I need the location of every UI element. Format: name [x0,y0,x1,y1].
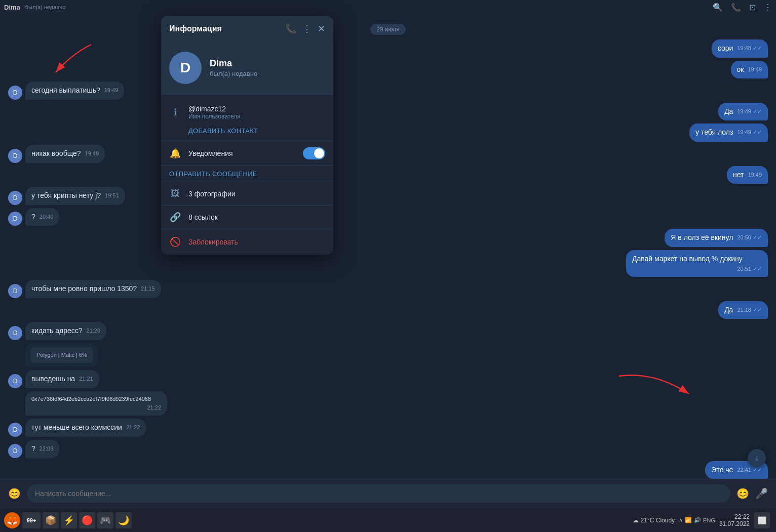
check-marks: ✓✓ [753,234,762,240]
info-close-button[interactable]: ✕ [318,23,325,34]
table-row: D ? 22:08 [8,440,768,458]
topbar-icons: 🔍 📞 ⊡ ⋮ [713,3,772,12]
info-panel: Информация 📞 ⋮ ✕ D Dima был(а) недавно ℹ… [161,16,333,255]
message-time: 19:48 ✓✓ [737,45,762,52]
toggle-knob [314,148,324,158]
message-bubble: нет 19:49 [727,166,768,184]
table-row: нет 19:49 [8,166,768,184]
check-marks: ✓✓ [753,108,762,114]
message-text: сегодня выплатишь? [31,86,100,94]
chevron-up-icon[interactable]: ∧ [679,517,683,523]
message-bubble: выведешь на 21:21 [25,370,99,388]
info-more-button[interactable]: ⋮ [302,23,312,34]
message-time: 19:51 [105,192,119,199]
message-bubble: кидать адресс? 21:20 [25,322,106,340]
block-user-row[interactable]: 🚫 Заблокировать [161,229,333,255]
show-desktop-button[interactable]: ⬜ [754,512,770,528]
message-text: ок [737,65,744,73]
message-time: 21:21 [79,375,93,383]
message-bubble: Давай маркет на вывод % докину 20:51 ✓✓ [626,250,768,277]
info-username-section: ℹ @dimazc12 Имя пользователя ДОБАВИТЬ КО… [161,95,333,141]
info-photos-row[interactable]: 🖼 3 фотографии [161,182,333,206]
table-row: Да 19:49 ✓✓ [8,103,768,121]
message-time: 19:49 ✓✓ [737,108,762,115]
check-marks: ✓✓ [753,467,762,473]
message-text: тут меньше всего комиссии [31,423,122,431]
message-bubble: чтобы мне ровно пришло 1350? 21:15 [25,280,161,298]
counter-badge[interactable]: 99+ [22,512,41,528]
message-text: Да [724,107,733,115]
check-marks: ✓✓ [753,307,762,313]
weather-icon: ☁ [633,517,639,524]
send-message-link[interactable]: ОТПРАВИТЬ СООБЩЕНИЕ [161,166,333,182]
table-row: D никак вообще? 19:49 [8,145,768,163]
avatar: D [8,149,22,163]
info-links-row[interactable]: 🔗 8 ссылок [161,206,333,229]
message-time: 21:22 [126,424,140,431]
message-text: Я в лолз её вкинул [671,233,733,241]
message-bubble: Да 21:18 ✓✓ [718,301,768,319]
send-icon[interactable]: 🎤 [755,487,768,500]
message-bubble: 0x7e736fdf64d2eb2cca2ef7f9f06d9239fec240… [25,391,167,416]
lang-label: ENG [703,517,715,523]
app-icon-1[interactable]: 📦 [43,512,59,528]
notifications-label: Уведомления [188,149,296,157]
attach-icon[interactable]: 😊 [8,487,21,500]
table-row: у тебя лолз 19:49 ✓✓ [8,124,768,142]
taskbar-date: 31.07.2022 [719,520,750,527]
table-row: D чтобы мне ровно пришло 1350? 21:15 [8,280,768,298]
info-profile-status: был(а) недавно [210,70,257,77]
taskbar-time-block: 22:22 31.07.2022 [719,513,750,527]
split-icon[interactable]: ⊡ [749,3,756,12]
message-text: Давай маркет на вывод % докину [632,255,743,263]
message-time: 19:49 [85,150,99,157]
avatar: D [8,86,22,100]
message-bubble: тут меньше всего комиссии 21:22 [25,419,146,437]
message-time: 19:49 [748,171,762,179]
app-icon-4[interactable]: 🎮 [97,512,113,528]
taskbar-weather: ☁ 21°C Cloudy [633,517,675,524]
scroll-down-button[interactable]: ↓ [748,449,766,467]
message-time: 21:20 [87,327,101,335]
message-bubble: сегодня выплатишь? 19:49 [25,81,124,100]
message-input[interactable] [27,484,730,503]
message-time: 21:15 [141,285,155,293]
message-bubble: ? 20:40 [25,208,59,226]
bell-icon: 🔔 [169,148,181,159]
message-time: 19:49 [748,66,762,73]
table-row: D выведешь на 21:21 [8,370,768,388]
message-text: 0x7e736fdf64d2eb2cca2ef7f9f06d9239fec240… [31,396,151,402]
emoji-icon[interactable]: 😊 [736,487,749,500]
info-profile-name: Dima [210,58,257,69]
message-time: 19:49 [104,87,119,94]
call-icon[interactable]: 📞 [731,3,741,12]
firefox-icon[interactable]: 🦊 [4,512,20,528]
message-text: Это че [711,466,733,474]
notifications-toggle[interactable] [303,147,325,159]
message-time: 22:08 [40,445,54,453]
message-text: выведешь на [31,375,75,383]
info-username-value: @dimazc12 [188,105,241,113]
app-icon-3[interactable]: 🔴 [79,512,95,528]
table-row: 0x7e736fdf64d2eb2cca2ef7f9f06d9239fec240… [8,391,768,416]
message-text: кидать адресс? [31,326,83,335]
add-contact-button[interactable]: ДОБАВИТЬ КОНТАКТ [169,127,325,135]
message-text: Да [724,306,733,314]
crypto-widget-bubble: Polygon | Matic | 6% [25,343,98,367]
info-profile-text: Dima был(а) недавно [210,58,257,77]
avatar: D [8,191,22,205]
info-panel-actions: 📞 ⋮ ✕ [285,23,325,34]
taskbar-right: ☁ 21°C Cloudy ∧ 📶 🔊 ENG 22:22 31.07.2022… [633,512,776,528]
info-call-button[interactable]: 📞 [285,23,296,34]
search-icon[interactable]: 🔍 [713,3,723,12]
check-marks: ✓✓ [753,45,762,51]
message-text: нет [733,171,744,179]
more-icon[interactable]: ⋮ [764,3,772,12]
info-notifications-section: 🔔 Уведомления [161,141,333,166]
app-icon-5[interactable]: 🌙 [115,512,132,528]
app-icon-2[interactable]: ⚡ [61,512,77,528]
check-marks: ✓✓ [753,129,762,135]
message-time: 20:50 ✓✓ [737,234,762,241]
date-separator: 29 июля [8,24,768,33]
telegram-topbar: Dima был(а) недавно 🔍 📞 ⊡ ⋮ [0,0,776,14]
